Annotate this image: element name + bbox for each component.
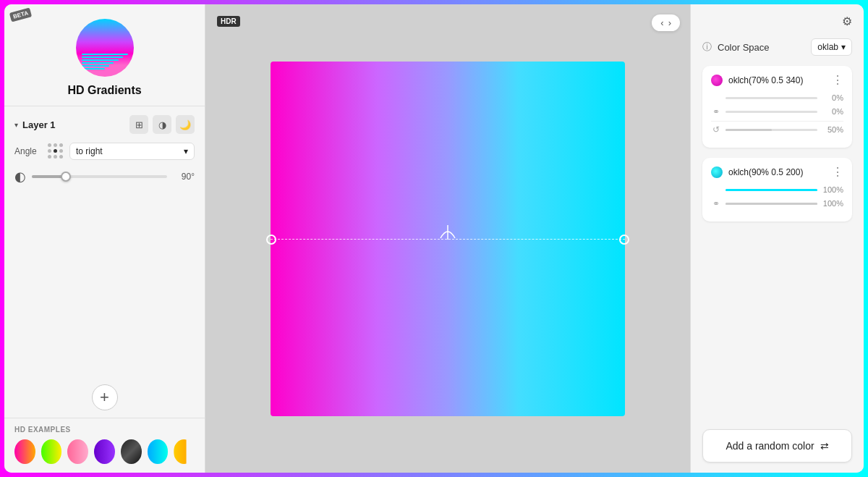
color-stop-1-slider-3-row: ↺ 50% <box>711 124 843 135</box>
rotation-value: 90° <box>173 172 195 182</box>
shuffle-icon: ⇄ <box>820 440 829 452</box>
example-swatch-2[interactable] <box>41 439 62 464</box>
example-swatch-7[interactable] <box>174 439 195 464</box>
dot <box>54 143 57 147</box>
color-stop-2-slider-1-value: 100% <box>822 185 843 194</box>
angle-row: Angle to right ▾ <box>14 143 195 160</box>
dot <box>48 149 51 153</box>
chevron-down-icon: ▾ <box>184 146 188 156</box>
gradient-midpoint-handle[interactable] <box>439 224 456 242</box>
color-stop-2-more-button[interactable]: ⋮ <box>832 166 843 178</box>
hdr-badge: HDR <box>217 16 240 27</box>
layer-half-circle-btn[interactable]: ◑ <box>153 115 171 134</box>
examples-row <box>14 439 195 464</box>
settings-button[interactable]: ⚙ <box>842 14 852 28</box>
example-swatch-1[interactable] <box>14 439 35 464</box>
layer-title-row: ▾ Layer 1 <box>14 119 56 130</box>
app-title: HD Gradients <box>67 84 141 97</box>
color-space-row: ⓘ Color Space oklab ▾ <box>702 38 852 56</box>
layer-grid-btn[interactable]: ⊞ <box>129 115 148 134</box>
gradient-handle-left[interactable] <box>266 235 276 245</box>
add-random-color-button[interactable]: Add a random color ⇄ <box>702 429 852 463</box>
beta-badge: BETA <box>9 7 33 22</box>
color-stop-2-slider-2-row: ⚭ 100% <box>711 198 843 208</box>
color-stop-1-slider-3-value: 50% <box>822 125 843 134</box>
canvas-area: HDR ‹ › <box>205 4 690 473</box>
gradient-canvas[interactable] <box>271 62 625 416</box>
sidebar-header: BETA HD Gradients <box>4 4 205 106</box>
example-swatch-5[interactable] <box>121 439 142 464</box>
color-stop-1-label: oklch(70% 0.5 340) <box>728 75 826 85</box>
nav-right-arrow[interactable]: › <box>667 17 673 28</box>
angle-direction-dropdown[interactable]: to right ▾ <box>69 143 195 160</box>
angle-label: Angle <box>14 146 42 156</box>
color-space-value: oklab <box>817 42 838 52</box>
example-swatch-6[interactable] <box>148 439 169 464</box>
gradient-handle-right[interactable] <box>619 235 629 245</box>
link-icon: ⚭ <box>711 106 721 117</box>
right-panel-top: ⚙ <box>702 14 852 28</box>
color-stop-2-card: oklch(90% 0.5 200) ⋮ 100% ⚭ 100% <box>702 158 852 221</box>
dots-grid[interactable] <box>48 143 64 159</box>
right-panel: ⚙ ⓘ Color Space oklab ▾ oklch(70% 0.5 34… <box>690 4 864 473</box>
rotation-icon: ◐ <box>14 169 26 185</box>
color-stop-2-header: oklch(90% 0.5 200) ⋮ <box>711 166 843 178</box>
angle-direction-value: to right <box>76 146 103 156</box>
link-icon-2: ⚭ <box>711 198 721 208</box>
rotation-slider[interactable] <box>32 175 167 178</box>
add-random-color-label: Add a random color <box>726 440 814 452</box>
dot <box>48 155 51 159</box>
main-container: BETA HD Gradients ▾ <box>4 4 864 473</box>
layer-moon-btn[interactable]: 🌙 <box>176 115 195 134</box>
color-space-label: Color Space <box>718 42 805 53</box>
color-stop-2-dot[interactable] <box>711 166 723 178</box>
color-stop-1-header: oklch(70% 0.5 340) ⋮ <box>711 75 843 86</box>
dot <box>54 155 57 159</box>
example-swatch-4[interactable] <box>94 439 115 464</box>
add-layer-button[interactable]: + <box>92 384 118 410</box>
color-stop-1-dot[interactable] <box>711 75 723 86</box>
color-stop-1-slider-1-row: 0% <box>711 93 843 102</box>
hd-examples-label: HD EXAMPLES <box>14 426 195 434</box>
nav-left-arrow[interactable]: ‹ <box>659 17 665 28</box>
color-stop-2-label: oklch(90% 0.5 200) <box>728 167 826 177</box>
nav-arrows: ‹ › <box>652 14 680 31</box>
gradient-line <box>271 239 625 240</box>
color-stop-1-slider-2-row: ⚭ 0% <box>711 106 843 117</box>
hd-examples: HD EXAMPLES <box>4 418 205 473</box>
color-stop-1-more-button[interactable]: ⋮ <box>832 75 843 86</box>
color-stop-2-slider-2[interactable] <box>726 203 817 205</box>
layer-header: ▾ Layer 1 ⊞ ◑ 🌙 <box>14 115 195 134</box>
color-stop-1-slider-2-value: 0% <box>822 107 843 116</box>
rotation-row: ◐ 90° <box>14 169 195 185</box>
dot <box>59 155 63 159</box>
dot <box>59 149 63 153</box>
info-icon: ⓘ <box>702 41 712 54</box>
color-stop-1-slider-2[interactable] <box>726 111 817 113</box>
separator <box>711 121 843 122</box>
dot <box>48 143 51 147</box>
sidebar: BETA HD Gradients ▾ <box>4 4 205 473</box>
layer-section: ▾ Layer 1 ⊞ ◑ 🌙 Angle <box>4 106 205 377</box>
layer-icons: ⊞ ◑ 🌙 <box>129 115 195 134</box>
color-stop-1-slider-1[interactable] <box>726 97 817 99</box>
chevron-down-icon: ▾ <box>841 42 846 52</box>
color-stop-2-slider-2-value: 100% <box>822 199 843 208</box>
app-logo <box>76 19 134 77</box>
example-swatch-3[interactable] <box>67 439 88 464</box>
layer-chevron-icon[interactable]: ▾ <box>14 121 18 129</box>
color-stop-1-card: oklch(70% 0.5 340) ⋮ 0% ⚭ 0% <box>702 66 852 148</box>
color-stop-2-slider-1[interactable] <box>726 189 817 191</box>
layer-name: Layer 1 <box>22 119 56 130</box>
dot-center <box>54 149 57 153</box>
add-btn-row: + <box>4 377 205 418</box>
color-space-dropdown[interactable]: oklab ▾ <box>811 38 852 56</box>
color-stop-2-slider-1-row: 100% <box>711 185 843 194</box>
color-stop-1-slider-1-value: 0% <box>822 93 843 102</box>
dot <box>59 143 63 147</box>
color-stop-1-slider-3[interactable] <box>726 129 817 131</box>
rotate-icon: ↺ <box>711 124 721 135</box>
